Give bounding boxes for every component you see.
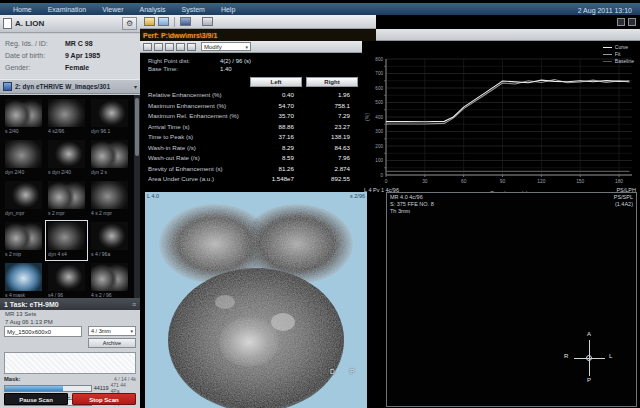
menu-bar-items: HomeExaminationViewerAnalysisSystemHelp xyxy=(0,5,242,14)
measure-tool-icon[interactable] xyxy=(176,43,185,51)
thumbnail[interactable]: 4 s 2 / 96 xyxy=(88,261,131,298)
print-icon[interactable] xyxy=(202,17,213,26)
progress-bar[interactable] xyxy=(4,385,92,392)
parameter-label: Arrival Time (s) xyxy=(148,122,246,133)
series-info-label: Base Time: xyxy=(148,65,220,73)
thumbnail[interactable]: dyn 4 s4 xyxy=(45,220,88,261)
thumbnail-image xyxy=(91,263,128,291)
processing-meta-1: MR 13 Sets xyxy=(0,310,140,318)
parameter-value-left: 8.59 xyxy=(250,153,302,164)
zoom-tool-icon[interactable] xyxy=(154,43,163,51)
menu-item-help[interactable]: Help xyxy=(214,5,242,14)
thumbnail-caption: dyn 2 s xyxy=(91,168,128,176)
svg-text:800: 800 xyxy=(375,57,383,62)
processing-title: 1 Task: eTH-9M0 xyxy=(4,301,59,308)
annotate-tool-icon[interactable] xyxy=(187,43,196,51)
column-right-button[interactable]: Right xyxy=(306,77,358,87)
open-study-icon[interactable] xyxy=(158,17,169,26)
thumbnail-image xyxy=(91,99,128,127)
thumbnail[interactable]: s 4 / 96a xyxy=(88,220,131,261)
menu-item-examination[interactable]: Examination xyxy=(41,5,94,14)
open-folder-icon[interactable] xyxy=(144,17,155,26)
table-row[interactable]: Relative Enhancement (%)0.401.96 xyxy=(148,90,358,101)
column-left-button[interactable]: Left xyxy=(250,77,302,87)
combo-value: 4 / 3mm xyxy=(91,328,111,334)
axial-overlay-topright: s 2/96 xyxy=(350,193,365,199)
save-icon[interactable] xyxy=(180,17,191,26)
thumbnail[interactable]: 4 s 2 mpr xyxy=(88,179,131,220)
minimize-icon[interactable] xyxy=(617,18,625,26)
job-queue-list[interactable] xyxy=(4,352,136,374)
slice-thickness-combo[interactable]: 4 / 3mm ▾ xyxy=(88,326,136,336)
series-selector[interactable]: 2: dyn eTHRIVE W_Images/301 ▾ xyxy=(0,79,140,94)
table-row[interactable]: Brevity of Enhancement (s)81.262.874 xyxy=(148,164,358,175)
pause-scan-button[interactable]: Pause Scan xyxy=(4,393,68,405)
table-row[interactable]: Maximum Enhancement (%)54.70758.1 xyxy=(148,101,358,112)
parameter-table-header: Left Right xyxy=(148,77,358,88)
overlay-mode-value: Modify xyxy=(204,44,222,50)
processing-panel: 1 Task: eTH-9M0 ≡ MR 13 Sets 7 Aug 06 1:… xyxy=(0,298,140,408)
table-row[interactable]: Area Under Curve (a.u.)1.548e7892.55 xyxy=(148,174,358,185)
table-row[interactable]: Wash-in Rate (/s)8.2984.63 xyxy=(148,143,358,154)
menu-item-system[interactable]: System xyxy=(175,5,212,14)
overlay-mode-combo[interactable]: Modify ▾ xyxy=(201,42,251,51)
panel-menu-icon[interactable]: ≡ xyxy=(132,301,136,308)
thumbnail-image xyxy=(5,140,42,168)
pan-tool-icon[interactable] xyxy=(165,43,174,51)
patient-info: Reg. Ids. / ID:MR C 98Date of birth:9 Ap… xyxy=(0,34,140,79)
thumbnail[interactable]: s 4 mask xyxy=(2,261,45,298)
patient-info-value: 9 Apr 1985 xyxy=(65,50,100,62)
overlay-line-2: S: 375 FFE NO. 8 xyxy=(390,201,434,208)
thumbnail-image xyxy=(91,140,128,168)
archive-button[interactable]: Archive xyxy=(88,338,136,348)
menu-item-home[interactable]: Home xyxy=(6,5,39,14)
svg-text:400: 400 xyxy=(375,115,383,120)
path-bar[interactable]: Perf: P:\dww\mrs\3/9/1 xyxy=(140,29,376,41)
patient-card-icon xyxy=(3,18,12,29)
thumbnail-image xyxy=(91,181,128,209)
svg-text:100: 100 xyxy=(375,158,383,163)
mask-name-input[interactable] xyxy=(4,326,82,337)
roi-tool-icon[interactable] xyxy=(143,43,152,51)
parameter-value-left: 88.86 xyxy=(250,122,302,133)
thumbnail[interactable]: s 2 mpr xyxy=(45,179,88,220)
table-row[interactable]: Time to Peak (s)37.16138.19 xyxy=(148,132,358,143)
axial-image-viewport[interactable]: L 4.0 s 2/96 D P xyxy=(145,192,367,408)
thumbnail-image xyxy=(5,222,42,250)
table-row[interactable]: Arrival Time (s)88.8623.27 xyxy=(148,122,358,133)
thumbnail-grid: s 2/404 s2/96dyn 96.1dyn 2/40s dyn 2/40d… xyxy=(2,97,132,298)
table-row[interactable]: Maximum Rel. Enhancement (%)35.707.29 xyxy=(148,111,358,122)
thumbnail[interactable]: dyn 2 s xyxy=(88,138,131,179)
menu-item-analysis[interactable]: Analysis xyxy=(133,5,173,14)
axial-orientation-marker-1: D xyxy=(330,368,335,375)
thumbnail[interactable]: dyn_mpr xyxy=(2,179,45,220)
scrollbar-thumb[interactable] xyxy=(135,98,139,156)
clock-display: 2 Aug 2011 13:10 xyxy=(578,7,632,14)
chevron-down-icon: ▾ xyxy=(245,44,248,50)
thumbnail[interactable]: s 2 mip xyxy=(2,220,45,261)
axial-orientation-marker-2: P xyxy=(350,368,354,375)
chart-canvas: 0100200300400500600700800030609012015018… xyxy=(362,41,640,203)
thumbnail[interactable]: dyn 96.1 xyxy=(88,97,131,138)
thumbnail-caption: s 2/40 xyxy=(5,127,42,135)
thumbnail[interactable]: dyn 2/40 xyxy=(2,138,45,179)
thumbnail[interactable]: s4 / 96 xyxy=(45,261,88,298)
patient-info-label: Gender: xyxy=(5,62,65,74)
table-row[interactable]: Wash-out Rate (/s)8.597.96 xyxy=(148,153,358,164)
window-controls xyxy=(617,18,636,26)
menu-item-viewer[interactable]: Viewer xyxy=(95,5,130,14)
stop-scan-button[interactable]: Stop Scan xyxy=(72,393,136,405)
thumbnail[interactable]: 4 s2/96 xyxy=(45,97,88,138)
svg-text:0: 0 xyxy=(385,179,388,184)
sidebar-settings-button[interactable]: ⚙ xyxy=(122,17,137,30)
thumbnail[interactable]: s 2/40 xyxy=(2,97,45,138)
secondary-image-viewport[interactable]: MR 4.0 4c/96 S: 375 FFE NO. 8 Th 3mm PS/… xyxy=(386,192,637,407)
close-icon[interactable] xyxy=(628,18,636,26)
axial-mri-image xyxy=(145,192,367,408)
svg-text:150: 150 xyxy=(576,179,584,184)
parameter-value-left: 1.548e7 xyxy=(250,174,302,185)
series-info-label: Right Point dist: xyxy=(148,57,220,65)
parameter-value-right: 892.55 xyxy=(306,174,358,185)
parameter-value-right: 7.29 xyxy=(306,111,358,122)
thumbnail[interactable]: s dyn 2/40 xyxy=(45,138,88,179)
